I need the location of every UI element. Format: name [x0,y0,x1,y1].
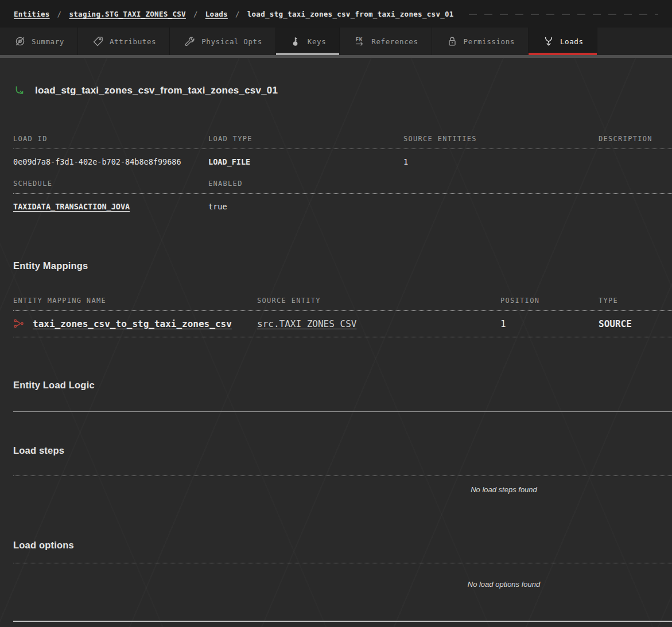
load-id-value: 0e09d7a8-f3d1-402e-b702-84b8e8f99686 [13,157,208,167]
entity-load-logic-divider [13,411,672,412]
tab-physical-opts[interactable]: Physical Opts [170,28,276,55]
load-options-heading: Load options [13,540,672,552]
column-header-description: DESCRIPTION [599,134,672,143]
load-steps-divider [13,476,672,476]
entity-mapping-row: taxi_zones_csv_to_stg_taxi_zones_csv src… [13,311,672,337]
tab-references[interactable]: FK References [340,28,432,55]
column-header-entity-mapping-name: ENTITY MAPPING NAME [13,296,257,305]
tab-summary[interactable]: Summary [0,28,78,55]
breadcrumb-separator: / [193,10,198,18]
fk-arrow-icon: FK [354,36,366,47]
page-title: load_stg_taxi_zones_csv_from_taxi_zones_… [35,85,278,96]
load-details-row: 0e09d7a8-f3d1-402e-b702-84b8e8f99686 LOA… [13,149,672,174]
column-header-position: POSITION [500,296,599,305]
breadcrumb-dashed-filler [469,14,658,15]
column-header-load-id: LOAD ID [13,134,208,143]
tab-label: Permissions [464,37,515,46]
tab-keys[interactable]: Keys [276,28,340,55]
column-header-source-entities: SOURCE ENTITIES [403,134,599,143]
breadcrumb-link-entities[interactable]: Entities [14,10,50,18]
breadcrumb-separator: / [57,10,62,18]
column-header-load-type: LOAD TYPE [208,134,403,143]
load-options-empty-state: No load options found [13,578,672,589]
column-header-schedule: SCHEDULE [13,179,208,188]
column-header-enabled: ENABLED [208,179,672,188]
horizontal-scrollbar[interactable] [0,55,672,58]
load-details-table: LOAD ID LOAD TYPE SOURCE ENTITIES DESCRI… [13,134,672,174]
column-header-type: TYPE [599,296,672,305]
column-header-source-entity: SOURCE ENTITY [257,296,500,305]
breadcrumb-current-load: load_stg_taxi_zones_csv_from_taxi_zones_… [247,10,454,18]
bottom-section-divider [13,621,672,622]
lock-icon [446,36,458,47]
enabled-value: true [208,201,672,212]
schedule-table: SCHEDULE ENABLED TAXIDATA_TRANSACTION_JO… [13,179,672,219]
load-options-empty-message: No load options found [468,580,540,589]
mapping-branch-icon [13,318,25,329]
load-steps-empty-message: No load steps found [471,485,537,494]
svg-text:FK: FK [356,36,363,42]
load-steps-heading: Load steps [13,445,672,458]
entity-mappings-heading: Entity Mappings [13,260,672,273]
breadcrumb-separator: / [235,10,240,18]
tab-loads[interactable]: Loads [529,28,597,55]
tab-label: Keys [308,37,327,46]
tab-label: Loads [560,37,584,46]
tab-label: References [371,37,418,46]
source-entities-count: 1 [403,157,599,167]
schedule-link[interactable]: TAXIDATA_TRANSACTION_JOVA [13,202,130,211]
breadcrumb-link-entity[interactable]: staging.STG_TAXI_ZONES_CSV [69,10,185,18]
load-arrow-icon [13,84,26,97]
schedule-row: TAXIDATA_TRANSACTION_JOVA true [13,194,672,219]
description-value [599,157,672,167]
load-steps-empty-state: No load steps found [13,484,672,494]
wrench-icon [184,36,196,47]
entity-tab-bar: Summary Attributes Physical Opts Keys FK… [0,28,672,55]
entity-load-logic-heading: Entity Load Logic [13,380,672,392]
load-detail-page: load_stg_taxi_zones_csv_from_taxi_zones_… [0,83,672,622]
breadcrumb-link-loads[interactable]: Loads [205,10,228,18]
tag-icon [92,36,104,47]
source-entity-link[interactable]: src.TAXI_ZONES_CSV [257,318,356,329]
entity-mappings-table: ENTITY MAPPING NAME SOURCE ENTITY POSITI… [13,296,672,337]
breadcrumb: Entities / staging.STG_TAXI_ZONES_CSV / … [0,0,672,28]
schedule-header-row: SCHEDULE ENABLED [13,179,672,194]
entity-mapping-name-link[interactable]: taxi_zones_csv_to_stg_taxi_zones_csv [33,318,232,329]
mapping-type-value: SOURCE [599,318,672,329]
tab-attributes[interactable]: Attributes [78,28,170,55]
load-options-divider [13,563,672,563]
load-type-value: LOAD_FILE [208,157,403,167]
tab-label: Physical Opts [201,37,262,46]
merge-down-icon [543,36,554,47]
summary-icon [14,36,26,47]
position-value: 1 [500,318,599,329]
load-details-header-row: LOAD ID LOAD TYPE SOURCE ENTITIES DESCRI… [13,134,672,149]
key-icon [290,36,302,47]
tab-permissions[interactable]: Permissions [432,28,529,55]
tab-label: Summary [32,37,64,46]
tab-label: Attributes [110,37,156,46]
load-title-row: load_stg_taxi_zones_csv_from_taxi_zones_… [13,83,672,98]
entity-mappings-header-row: ENTITY MAPPING NAME SOURCE ENTITY POSITI… [13,296,672,311]
